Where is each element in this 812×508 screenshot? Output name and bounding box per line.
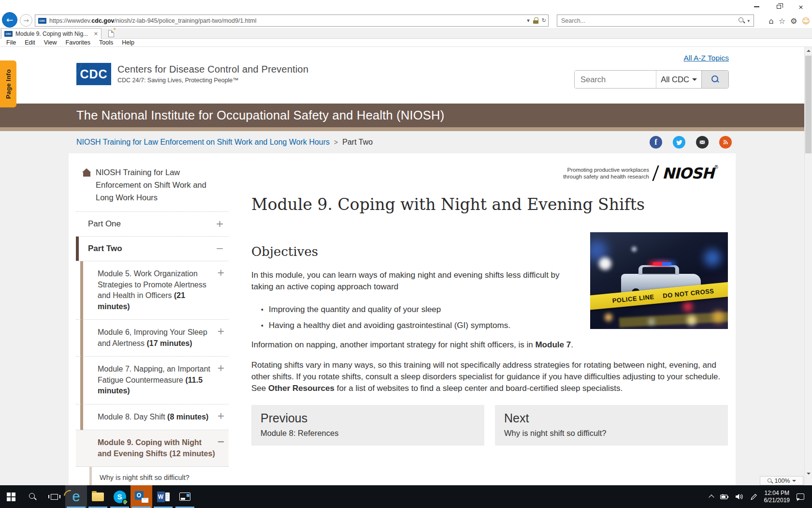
taskbar-search-button[interactable] [22,485,44,508]
expand-icon[interactable]: + [216,218,224,229]
tab-close-icon[interactable]: × [94,30,98,37]
sidebar-item-module-5[interactable]: Module 5. Work Organization Strategies t… [76,261,229,320]
collapse-icon[interactable]: − [217,436,225,447]
expand-icon[interactable]: + [217,267,225,278]
facebook-icon[interactable]: f [650,136,662,149]
scrollbar-thumb[interactable] [805,56,812,153]
cdc-logo-block[interactable]: CDC Centers for Disease Control and Prev… [76,63,308,85]
sidebar-item-module-9[interactable]: Module 9. Coping with Night and Evening … [76,430,229,467]
taskbar-explorer-icon[interactable] [87,485,109,508]
sidebar-item-part-two[interactable]: Part Two − [76,237,229,261]
twitter-icon[interactable] [673,136,685,149]
tab-module9[interactable]: CDC Module 9. Coping with Nig... × [1,28,102,39]
action-center-icon[interactable] [797,493,804,500]
expand-icon[interactable]: + [217,362,225,374]
section-heading: Objectives [251,244,318,259]
navigation-bar: ← → CDC https://wwwdev.cdc.gov/niosh/z-l… [0,14,812,28]
home-icon[interactable]: ⌂ [768,16,773,26]
breadcrumb: NIOSH Training for Law Enforcement on Sh… [0,131,804,153]
menu-tools[interactable]: Tools [95,39,117,46]
start-icon [7,493,11,496]
vertical-scrollbar[interactable] [804,47,812,485]
taskbar-window-icon[interactable] [174,485,196,508]
menu-help[interactable]: Help [117,39,139,46]
main-content: Promoting productive workplaces through … [251,153,728,485]
pen-icon[interactable] [750,493,757,500]
restore-button[interactable] [768,0,790,14]
back-button[interactable]: ← [2,12,17,28]
settings-gear-icon[interactable]: ⚙ [790,16,797,26]
outlook-icon: O [135,491,148,503]
volume-icon[interactable] [736,493,743,500]
taskbar-ie-icon[interactable]: e [65,485,87,508]
new-tab-button[interactable] [105,29,117,38]
battery-icon[interactable] [720,494,729,500]
syndicate-icon[interactable] [719,136,732,149]
cdc-search-scope[interactable]: All CDC [656,71,701,88]
url-text[interactable]: https://wwwdev.cdc.gov/niosh/z-lab-945/p… [49,17,527,24]
favorites-star-icon[interactable]: ☆ [779,16,785,26]
objective-bullet: Having a healthy diet and avoiding gastr… [261,320,551,331]
expand-icon[interactable]: + [217,326,225,337]
sidebar-item-module-6[interactable]: Module 6, Improving Your Sleep and Alert… [76,320,229,357]
breadcrumb-separator: > [334,138,338,146]
menu-favorites[interactable]: Favorites [61,39,95,46]
search-dropdown-icon[interactable]: ▾ [747,18,750,23]
browser-search-box[interactable]: ▾ [557,15,754,27]
system-tray: 12:04 PM 6/21/2019 [710,485,812,508]
autocomplete-dropdown-icon[interactable]: ▾ [527,17,530,24]
module7-reference: Module 7 [535,340,571,349]
menu-view[interactable]: View [40,39,61,46]
niosh-banner-title: The National Institute for Occupational … [76,108,444,122]
sidebar-subitem[interactable]: Why is night shift so difficult? [89,467,229,485]
sidebar-item-module-7[interactable]: Module 7. Napping, an Important Fatigue … [76,357,229,404]
scroll-down-icon[interactable] [807,473,811,475]
clock[interactable]: 12:04 PM 6/21/2019 [764,490,790,504]
zoom-magnifier-icon [767,478,771,483]
taskbar-start-button[interactable] [0,485,22,508]
cdc-search-input[interactable] [575,71,656,88]
minimize-icon [754,6,759,7]
cdc-logo[interactable]: CDC [76,63,111,85]
refresh-icon[interactable]: ↻ [542,17,546,24]
niosh-logo-slash [652,165,659,181]
restore-icon [777,5,781,9]
search-icon [29,493,37,501]
cdc-search-button[interactable] [701,71,728,88]
taskbar-skype-icon[interactable]: S [109,485,130,508]
close-button[interactable]: × [790,0,812,14]
tray-chevron-up-icon[interactable] [709,494,714,500]
address-bar[interactable]: CDC https://wwwdev.cdc.gov/niosh/z-lab-9… [35,15,549,27]
expand-icon[interactable]: + [217,410,225,421]
niosh-logo: NIOSH® [662,164,718,182]
feedback-smiley-icon[interactable]: ☺ [802,16,810,26]
menu-bar: FileEditViewFavoritesToolsHelp [0,39,812,47]
chevron-down-icon [792,480,796,484]
browser-search-input[interactable] [561,17,739,24]
minimize-button[interactable] [745,0,768,14]
intro-paragraph: In this module, you can learn ways of ma… [251,269,580,293]
sidebar-home-item[interactable]: NIOSH Training for Law Enforcement on Sh… [82,166,229,204]
menu-edit[interactable]: Edit [20,39,40,46]
sidebar-item-part-one[interactable]: Part One + [76,212,229,237]
az-topics-link[interactable]: All A-Z Topics [683,54,729,62]
other-resources-reference: Other Resources [268,384,334,393]
previous-button[interactable]: Previous Module 8: References [251,405,484,446]
taskbar-apps: eSOW [0,485,196,508]
breadcrumb-link[interactable]: NIOSH Training for Law Enforcement on Sh… [76,138,330,147]
taskbar-word-icon[interactable]: W [152,485,174,508]
collapse-icon[interactable]: − [216,242,224,254]
next-button[interactable]: Next Why is night shift so difficult? [495,405,728,446]
menu-file[interactable]: File [2,39,20,46]
niosh-tagline-line2: through safety and health research [563,173,649,180]
taskbar-taskview-button[interactable] [44,485,65,508]
email-icon[interactable] [696,136,709,149]
forward-button[interactable]: → [20,14,32,27]
taskbar-outlook-icon[interactable]: O [130,485,152,508]
niosh-tagline-line1: Promoting productive workplaces [563,166,649,173]
search-icon[interactable] [739,17,745,24]
scroll-up-icon[interactable] [807,50,811,52]
browser-zoom-indicator[interactable]: 100% [760,476,803,485]
sidebar-item-module-8[interactable]: Module 8. Day Shift (8 minutes)+ [76,404,229,431]
page-info-tab[interactable]: Page Info [0,60,16,107]
